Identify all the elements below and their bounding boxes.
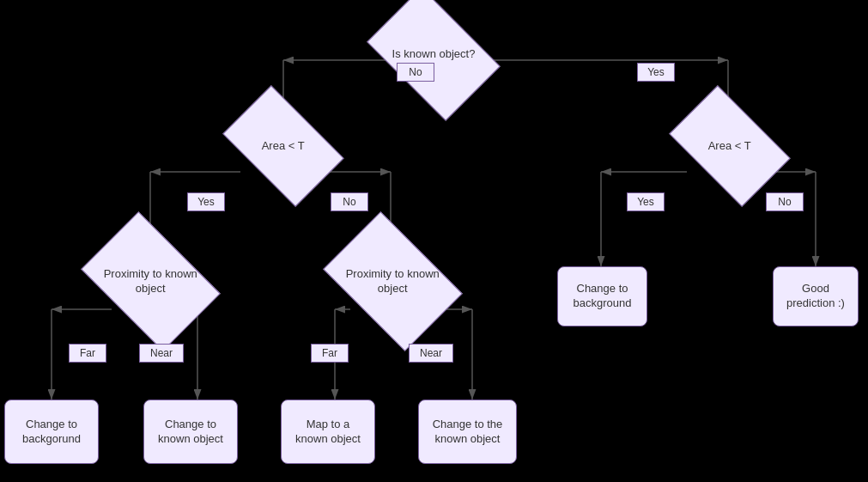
- no-label-right2: No: [766, 192, 804, 211]
- yes-label-left: Yes: [187, 192, 225, 211]
- change-to-the-known-object-rect: Change to the known object: [418, 400, 517, 464]
- change-to-known-object-rect: Change to known object: [143, 400, 238, 464]
- proximity-right-diamond: Proximity to known object: [323, 211, 463, 351]
- change-to-background-rect: Change to background: [557, 266, 647, 326]
- change-to-backgorund-rect: Change to backgorund: [4, 400, 99, 464]
- far-label-right: Far: [311, 344, 349, 363]
- yes-label-right: Yes: [637, 63, 675, 82]
- near-label-right: Near: [409, 344, 453, 363]
- yes-label-right2: Yes: [627, 192, 665, 211]
- near-label-left: Near: [139, 344, 184, 363]
- good-prediction-rect: Good prediction :): [773, 266, 859, 326]
- map-to-known-object-rect: Map to a known object: [281, 400, 375, 464]
- flowchart: Is known object? No Yes Area < T Yes No …: [0, 0, 868, 482]
- no-label-left: No: [397, 63, 434, 82]
- no-label-left2: No: [331, 192, 368, 211]
- proximity-left-diamond: Proximity to known object: [81, 211, 221, 351]
- area-t-left-diamond: Area < T: [222, 85, 343, 206]
- is-known-object-diamond: Is known object?: [367, 0, 501, 121]
- area-t-right-diamond: Area < T: [669, 85, 790, 206]
- far-label-left: Far: [69, 344, 106, 363]
